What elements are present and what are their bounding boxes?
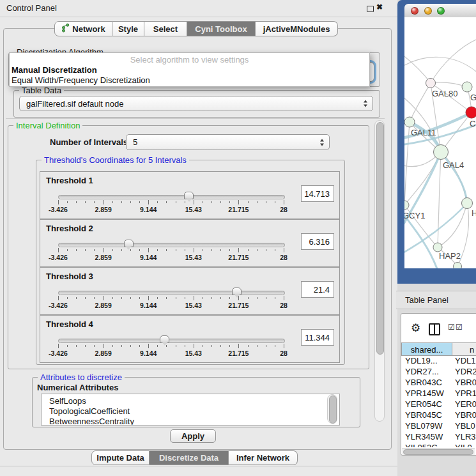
tab-infer-network[interactable]: Infer Network xyxy=(229,450,298,465)
attribute-list-item-selfloops[interactable]: SelfLoops xyxy=(49,396,86,406)
combo-spinner-icon xyxy=(364,100,368,107)
cell-name[interactable]: YPR1 xyxy=(455,388,476,398)
slider-tick xyxy=(58,296,59,300)
tab-label: Network xyxy=(72,24,105,34)
threshold-value-field[interactable]: 21.4 xyxy=(301,281,334,298)
columns-icon[interactable] xyxy=(429,323,440,335)
network-node-gcy1[interactable] xyxy=(404,201,409,210)
network-node-gal1[interactable] xyxy=(462,82,472,92)
threshold-slider-track[interactable] xyxy=(58,291,285,295)
table-row[interactable]: YDL19...YDL1 xyxy=(402,355,476,366)
table-row[interactable]: YER054CYER0 xyxy=(402,399,476,410)
tab-cyni-toolbox[interactable]: Cyni Toolbox xyxy=(187,21,256,36)
network-edge xyxy=(441,152,467,203)
slider-tick xyxy=(148,200,149,204)
slider-tick xyxy=(85,345,86,347)
attribute-list-item-betweennesscentrality[interactable]: BetweennessCentrality xyxy=(49,417,134,426)
network-node-gal80[interactable] xyxy=(426,79,436,88)
threshold-slider-thumb[interactable] xyxy=(124,240,134,247)
slider-tick xyxy=(176,345,176,347)
slider-tick xyxy=(257,249,257,251)
cell-name[interactable]: YDL1 xyxy=(455,356,476,365)
close-icon[interactable]: ✖ xyxy=(376,3,383,12)
tab-network[interactable]: Network xyxy=(54,21,112,36)
network-canvas[interactable]: GAL80GAL1CGAL11GAL4GCY1HHAP2 xyxy=(404,17,476,268)
dropdown-placeholder-item[interactable]: Select algorithm to view settings xyxy=(10,55,369,65)
cell-shared-name[interactable]: YDL19... xyxy=(405,356,438,365)
dropdown-option-equal-width[interactable]: Equal Width/Frequency Discretization xyxy=(12,75,150,85)
cell-name[interactable]: YLR3 xyxy=(455,432,476,441)
cell-shared-name[interactable]: YER054C xyxy=(405,399,442,409)
slider-tick xyxy=(58,200,59,204)
cell-name[interactable]: YBL0 xyxy=(455,421,475,431)
threshold-slider-thumb[interactable] xyxy=(232,288,242,295)
minimize-light[interactable] xyxy=(424,7,432,15)
table-row[interactable]: YBR043CYBR0 xyxy=(402,377,476,388)
checkbox-icon[interactable]: ☑ xyxy=(456,323,463,332)
column-header-shared-name[interactable]: shared... xyxy=(401,342,452,356)
tab-discretize-data[interactable]: Discretize Data xyxy=(150,450,229,465)
threshold-slider-track[interactable] xyxy=(58,243,285,247)
table-row[interactable]: YBL079WYBL0 xyxy=(402,420,476,431)
cell-name[interactable]: YER0 xyxy=(455,399,476,409)
cell-name[interactable]: YDR2 xyxy=(455,367,476,376)
cell-shared-name[interactable]: YBR043C xyxy=(405,378,442,387)
slider-tick xyxy=(176,297,176,299)
tab-jactivemnodules[interactable]: jActiveMNodules xyxy=(256,21,338,36)
group-title: Threshold's Coordinates for 5 Intervals xyxy=(42,155,189,165)
threshold-slider-track[interactable] xyxy=(58,339,285,343)
panel-vertical-scrollbar[interactable] xyxy=(374,120,385,422)
cell-shared-name[interactable]: YLR345W xyxy=(405,432,443,441)
attributes-list-scrollbar[interactable] xyxy=(327,394,337,424)
cell-shared-name[interactable]: YIL052C xyxy=(405,443,438,447)
tab-select[interactable]: Select xyxy=(144,21,187,36)
gear-icon[interactable]: ⚙ xyxy=(411,321,420,335)
cell-name[interactable]: YBR0 xyxy=(455,378,476,387)
table-row[interactable]: YBR045CYBR0 xyxy=(402,410,476,420)
column-header-name[interactable]: n xyxy=(452,342,476,356)
cell-name[interactable]: YBR0 xyxy=(455,410,476,420)
network-window-titlebar[interactable] xyxy=(404,4,476,18)
attribute-list-item-topologicalcoefficient[interactable]: TopologicalCoefficient xyxy=(49,406,130,416)
network-node-gal4[interactable] xyxy=(434,145,449,160)
threshold-value-field[interactable]: 14.713 xyxy=(301,185,334,202)
checkbox-icon[interactable]: ☑ xyxy=(448,323,455,332)
threshold-slider-thumb[interactable] xyxy=(160,335,169,343)
table-horizontal-scrollbar-thumb[interactable] xyxy=(403,449,473,455)
network-node-c[interactable] xyxy=(466,107,476,118)
table-row[interactable]: YPR145WYPR1 xyxy=(402,388,476,399)
threshold-value-field[interactable]: 6.316 xyxy=(301,233,334,250)
table-row[interactable]: YDR27...YDR2 xyxy=(402,366,476,377)
slider-tick xyxy=(166,249,167,251)
cell-shared-name[interactable]: YDR27... xyxy=(405,367,439,376)
network-node-gal11[interactable] xyxy=(404,117,415,127)
network-node[interactable] xyxy=(454,263,462,269)
threshold-slider-thumb[interactable] xyxy=(184,192,194,199)
cell-shared-name[interactable]: YBL079W xyxy=(405,421,443,431)
slider-tick xyxy=(275,201,275,203)
network-node-h[interactable] xyxy=(462,198,473,209)
tab-style[interactable]: Style xyxy=(112,21,144,36)
zoom-light[interactable] xyxy=(437,7,445,15)
numerical-attributes-list[interactable]: SelfLoopsTopologicalCoefficientBetweenne… xyxy=(41,394,340,426)
attributes-list-scrollbar-thumb[interactable] xyxy=(329,395,337,424)
table-horizontal-scrollbar[interactable] xyxy=(402,448,475,455)
float-window-icon[interactable] xyxy=(367,6,374,12)
table-data-combobox[interactable]: galFiltered.sif default node xyxy=(19,96,373,111)
table-row[interactable]: YLR345WYLR3 xyxy=(402,431,476,442)
cell-shared-name[interactable]: YPR145W xyxy=(405,388,444,398)
cell-shared-name[interactable]: YBR045C xyxy=(405,410,442,420)
number-of-intervals-combobox[interactable]: 5 xyxy=(126,134,330,150)
network-node-hap2[interactable] xyxy=(433,243,442,252)
tab-impute-data[interactable]: Impute Data xyxy=(91,450,150,465)
network-edge xyxy=(438,203,467,247)
close-light[interactable] xyxy=(411,7,418,15)
threshold-value-field[interactable]: 11.344 xyxy=(301,329,334,346)
table-row[interactable]: YIL052CYIL0 xyxy=(402,442,476,447)
threshold-slider-track[interactable] xyxy=(58,195,285,199)
panel-vertical-scrollbar-thumb[interactable] xyxy=(376,122,384,355)
cell-name[interactable]: YIL0 xyxy=(455,443,472,447)
slider-tick xyxy=(76,249,77,251)
dropdown-option-manual-discretization[interactable]: Manual Discretization xyxy=(12,65,97,75)
apply-button[interactable]: Apply xyxy=(170,429,216,443)
